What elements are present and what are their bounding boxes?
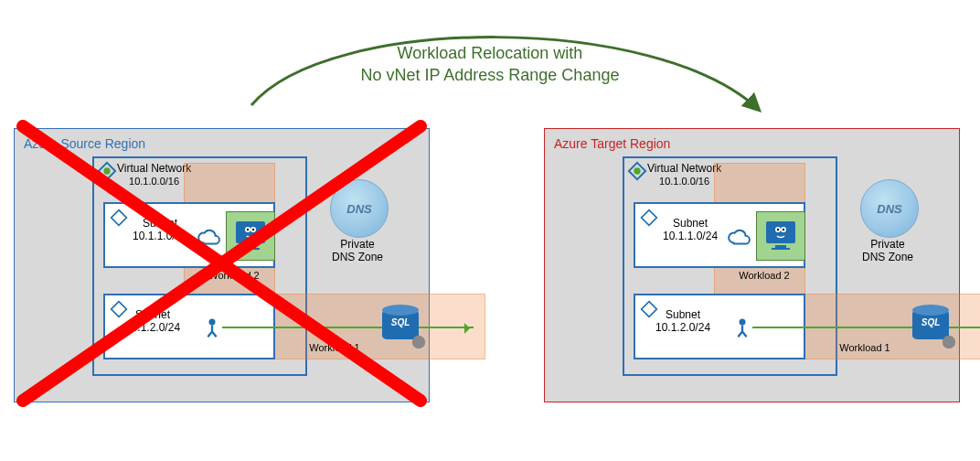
- svg-point-25: [740, 319, 746, 326]
- target-dns-label: Private DNS Zone: [860, 239, 915, 264]
- target-region-box: Azure Target Region Virtual Network 10.1…: [544, 128, 960, 402]
- linux-vm-icon: [232, 218, 269, 254]
- service-icon: [727, 226, 751, 250]
- source-vnet-box: Virtual Network 10.1.0.0/16 Workload 1 S…: [92, 156, 307, 376]
- gear-icon: [412, 336, 425, 348]
- source-subnet2-label: Subnet 10.1.2.0/24: [125, 308, 180, 335]
- svg-rect-5: [241, 248, 260, 250]
- source-vm-tile: [226, 211, 275, 261]
- target-subnet2-label: Subnet 10.1.2.0/24: [655, 308, 710, 335]
- source-sql-db: SQL: [382, 305, 419, 345]
- target-region-title: Azure Target Region: [554, 136, 670, 151]
- relocation-arrow: [0, 0, 980, 146]
- private-endpoint-icon: [199, 316, 225, 341]
- svg-point-22: [777, 229, 779, 230]
- dns-glyph: DNS: [877, 202, 901, 216]
- source-subnet1-label: Subnet 10.1.1.0/24: [133, 217, 187, 243]
- svg-rect-18: [775, 245, 786, 248]
- source-region-title: Azure Source Region: [24, 136, 145, 151]
- source-dns-label: Private DNS Zone: [330, 239, 385, 264]
- vnet-icon: [627, 161, 647, 181]
- linux-vm-icon: [762, 218, 799, 254]
- svg-point-11: [209, 319, 216, 326]
- dns-glyph: DNS: [346, 202, 371, 216]
- target-vnet-label: Virtual Network 10.1.0.0/16: [647, 162, 721, 188]
- private-endpoint-icon: [730, 316, 755, 341]
- svg-point-8: [247, 229, 249, 230]
- source-arrow-wl1: [222, 327, 474, 328]
- source-vnet-label: Virtual Network 10.1.0.0/16: [117, 162, 191, 188]
- target-vnet-cidr: 10.1.0.0/16: [659, 176, 709, 187]
- subnet-icon: [110, 209, 130, 229]
- svg-rect-19: [772, 248, 790, 250]
- svg-rect-3: [236, 221, 265, 243]
- service-icon: [197, 226, 220, 250]
- subnet-icon: [640, 209, 660, 229]
- source-vnet-cidr: 10.1.0.0/16: [129, 176, 179, 187]
- source-region-box: Azure Source Region Virtual Network 10.1…: [14, 128, 430, 402]
- svg-rect-17: [766, 221, 795, 243]
- sql-label: SQL: [912, 317, 949, 327]
- target-workload2-label: Workload 2: [732, 270, 796, 281]
- target-sql-db: SQL: [912, 305, 949, 345]
- target-vnet-name: Virtual Network: [647, 162, 721, 175]
- gear-icon: [943, 336, 955, 348]
- svg-marker-2: [112, 210, 127, 226]
- target-subnet1: Subnet 10.1.1.0/24: [634, 202, 805, 268]
- svg-marker-10: [112, 302, 127, 317]
- svg-rect-4: [245, 245, 256, 248]
- svg-point-9: [252, 229, 254, 230]
- target-vm-tile: [756, 211, 805, 261]
- sql-label: SQL: [382, 317, 419, 327]
- source-workload2-label: Workload 2: [202, 270, 266, 281]
- source-dns-globe: DNS: [330, 179, 389, 238]
- target-subnet1-label: Subnet 10.1.1.0/24: [663, 217, 718, 243]
- target-vnet-box: Virtual Network 10.1.0.0/16 Workload 1 S…: [623, 156, 837, 376]
- source-vnet-name: Virtual Network: [117, 162, 191, 175]
- svg-marker-16: [642, 210, 657, 226]
- svg-point-23: [783, 229, 784, 230]
- svg-point-15: [634, 167, 640, 174]
- source-subnet1: Subnet 10.1.1.0/24: [103, 202, 275, 268]
- target-dns-globe: DNS: [860, 179, 919, 238]
- svg-point-1: [103, 167, 110, 174]
- svg-marker-24: [642, 302, 657, 317]
- vnet-icon: [97, 161, 117, 181]
